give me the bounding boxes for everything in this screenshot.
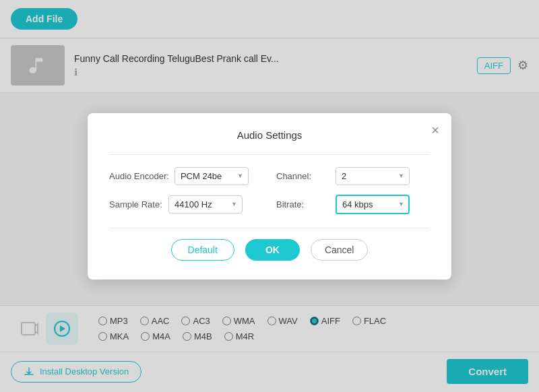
settings-grid: Audio Encoder: PCM 24be PCM 16be PCM 32b… bbox=[109, 167, 430, 214]
channel-select-wrapper: 1 2 6 bbox=[336, 167, 410, 185]
sample-rate-select[interactable]: 44100 Hz 22050 Hz 48000 Hz bbox=[168, 195, 243, 214]
channel-select[interactable]: 1 2 6 bbox=[336, 167, 410, 185]
channel-row: Channel: 1 2 6 bbox=[276, 167, 430, 185]
cancel-button[interactable]: Cancel bbox=[311, 239, 369, 261]
channel-label: Channel: bbox=[276, 171, 330, 181]
default-button[interactable]: Default bbox=[171, 239, 234, 261]
encoder-row: Audio Encoder: PCM 24be PCM 16be PCM 32b… bbox=[109, 167, 263, 185]
modal-overlay: × Audio Settings Audio Encoder: PCM 24be… bbox=[0, 0, 539, 392]
modal-divider-top bbox=[109, 154, 430, 155]
modal-close-button[interactable]: × bbox=[431, 123, 439, 138]
bitrate-row: Bitrate: 64 kbps 128 kbps 192 kbps 256 k… bbox=[276, 195, 430, 214]
sample-rate-label: Sample Rate: bbox=[109, 199, 163, 209]
sample-rate-row: Sample Rate: 44100 Hz 22050 Hz 48000 Hz bbox=[109, 195, 263, 214]
modal-divider-bottom bbox=[109, 228, 430, 228]
encoder-select-wrapper: PCM 24be PCM 16be PCM 32be bbox=[175, 167, 249, 185]
encoder-select[interactable]: PCM 24be PCM 16be PCM 32be bbox=[175, 167, 249, 185]
sample-rate-select-wrapper: 44100 Hz 22050 Hz 48000 Hz bbox=[168, 195, 243, 214]
bitrate-label: Bitrate: bbox=[276, 199, 330, 209]
ok-button[interactable]: OK bbox=[245, 239, 300, 261]
modal-buttons: Default OK Cancel bbox=[109, 239, 430, 261]
bitrate-select[interactable]: 64 kbps 128 kbps 192 kbps 256 kbps 320 k… bbox=[336, 195, 410, 214]
audio-settings-modal: × Audio Settings Audio Encoder: PCM 24be… bbox=[88, 113, 451, 280]
bitrate-select-wrapper: 64 kbps 128 kbps 192 kbps 256 kbps 320 k… bbox=[336, 195, 410, 214]
encoder-label: Audio Encoder: bbox=[109, 171, 169, 181]
modal-title: Audio Settings bbox=[109, 129, 430, 141]
